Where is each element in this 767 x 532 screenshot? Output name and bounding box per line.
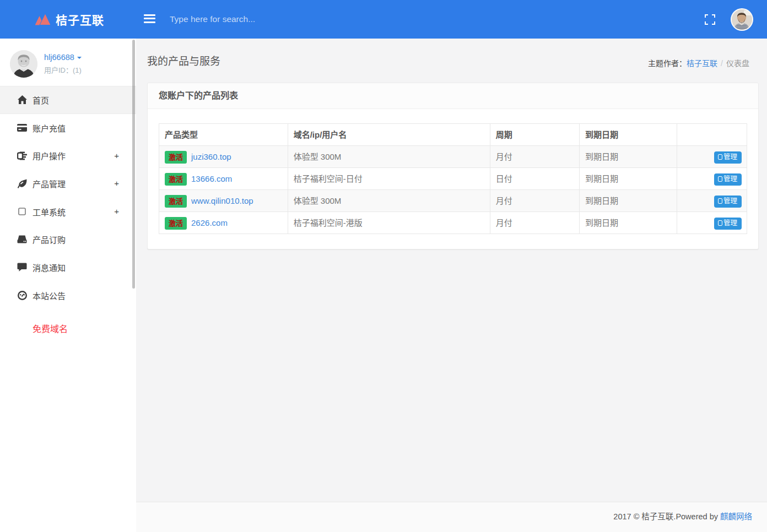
user-menu-button[interactable]: [730, 0, 753, 39]
menu-link[interactable]: 本站公告: [0, 281, 136, 310]
page-footer: 2017 © 桔子互联.Powered by 麒麟网络: [136, 502, 767, 532]
fullscreen-button[interactable]: [700, 0, 720, 39]
fullscreen-icon: [705, 14, 715, 25]
sidebar-menu: 首页 账户充值 用户操作 +: [0, 86, 136, 342]
navbar-avatar: [731, 8, 753, 31]
sidebar-item-notifications[interactable]: 消息通知: [0, 253, 136, 281]
product-row: 激活www.qilin010.top体验型 300M月付到期日期管理: [159, 190, 747, 212]
sidebar-item-ticket-system[interactable]: 工单系统 +: [0, 198, 136, 226]
product-row: 激活juzi360.top体验型 300M月付到期日期管理: [159, 146, 747, 168]
menu-link[interactable]: 账户充值: [0, 114, 136, 142]
expiry-cell: 到期日期: [579, 212, 677, 234]
product-type-cell: 激活juzi360.top: [159, 146, 288, 168]
expand-plus-icon[interactable]: +: [114, 178, 119, 189]
content-header: 我的产品与服务 主题作者：桔子互联/仪表盘: [136, 39, 767, 83]
product-row: 激活2626.com桔子福利空间-港版月付到期日期管理: [159, 212, 747, 234]
products-box-header: 您账户下的产品列表: [148, 83, 758, 109]
product-row: 激活13666.com桔子福利空间-日付日付到期日期管理: [159, 168, 747, 190]
action-cell: 管理: [677, 168, 747, 190]
action-cell: 管理: [677, 212, 747, 234]
manage-square-icon: [718, 176, 722, 182]
products-box-body: 产品类型 域名/ip/用户名 周期 到期日期 激活juzi360.top体验型 …: [148, 109, 758, 249]
expiry-cell: 到期日期: [579, 168, 677, 190]
breadcrumb: 主题作者：桔子互联/仪表盘: [648, 57, 749, 68]
sidebar-user-panel: hlj66688 用户ID：(1): [0, 39, 136, 86]
domain-link[interactable]: 13666.com: [191, 174, 232, 183]
gauge-icon: [17, 291, 28, 300]
breadcrumb-prefix: 主题作者：: [648, 59, 687, 68]
leaf-icon: [17, 179, 28, 188]
col-header-product-type: 产品类型: [159, 124, 288, 146]
breadcrumb-current: 仪表盘: [726, 59, 749, 68]
hdd-icon: [17, 235, 28, 243]
sidebar-item-home[interactable]: 首页: [0, 86, 136, 114]
footer-copyright: 2017 © 桔子互联.Powered by: [613, 512, 720, 521]
square-icon: [17, 208, 28, 215]
products-table-body: 激活juzi360.top体验型 300M月付到期日期管理激活13666.com…: [159, 146, 747, 234]
plan-cell: 体验型 300M: [288, 146, 490, 168]
col-header-actions: [677, 124, 747, 146]
manage-button[interactable]: 管理: [714, 196, 742, 208]
col-header-cycle: 周期: [490, 124, 579, 146]
sidebar-username[interactable]: hlj66688: [44, 53, 74, 62]
plan-cell: 桔子福利空间-港版: [288, 212, 490, 234]
breadcrumb-author-link[interactable]: 桔子互联: [687, 59, 717, 68]
manage-button[interactable]: 管理: [714, 173, 742, 186]
expand-plus-icon[interactable]: +: [114, 206, 119, 217]
cycle-cell: 日付: [490, 168, 579, 190]
sidebar-item-recharge[interactable]: 账户充值: [0, 114, 136, 142]
brand-logo[interactable]: 桔子互联: [0, 0, 136, 39]
credit-card-icon: [17, 124, 28, 132]
menu-link[interactable]: 产品订购: [0, 225, 136, 253]
sidebar-scrollbar[interactable]: [132, 40, 135, 289]
menu-link[interactable]: 首页: [0, 86, 136, 113]
product-type-cell: 激活13666.com: [159, 168, 288, 190]
plan-cell: 体验型 300M: [288, 190, 490, 212]
domain-link[interactable]: www.qilin010.top: [191, 196, 253, 205]
sidebar: hlj66688 用户ID：(1) 首页 账户充值: [0, 39, 136, 532]
plan-cell: 桔子福利空间-日付: [288, 168, 490, 190]
manage-square-icon: [718, 220, 722, 226]
domain-link[interactable]: 2626.com: [191, 218, 228, 227]
sidebar-item-user-operations[interactable]: 用户操作 +: [0, 142, 136, 170]
action-cell: 管理: [677, 146, 747, 168]
products-box-title: 您账户下的产品列表: [159, 91, 238, 100]
products-box: 您账户下的产品列表 产品类型 域名/ip/用户名 周期 到期日期 激活juzi3…: [147, 83, 759, 249]
expiry-cell: 到期日期: [579, 190, 677, 212]
manage-button[interactable]: 管理: [714, 151, 742, 164]
footer-powered-link[interactable]: 麒麟网络: [720, 512, 752, 521]
manage-square-icon: [718, 198, 722, 204]
col-header-expiry: 到期日期: [579, 124, 677, 146]
status-badge: 激活: [165, 151, 187, 164]
user-info: hlj66688 用户ID：(1): [44, 50, 128, 75]
sidebar-toggle-button[interactable]: [144, 14, 155, 23]
content-area: 我的产品与服务 主题作者：桔子互联/仪表盘 您账户下的产品列表 产品类型 域名/…: [136, 39, 767, 502]
domain-link[interactable]: juzi360.top: [191, 152, 231, 161]
hamburger-icon: [144, 14, 155, 23]
product-type-cell: 激活2626.com: [159, 212, 288, 234]
sidebar-item-product-order[interactable]: 产品订购: [0, 225, 136, 253]
products-table: 产品类型 域名/ip/用户名 周期 到期日期 激活juzi360.top体验型 …: [159, 123, 747, 234]
menu-link[interactable]: 消息通知: [0, 253, 136, 281]
sidebar-user-id: 用户ID：(1): [44, 64, 128, 75]
expand-plus-icon[interactable]: +: [114, 150, 119, 161]
search-input[interactable]: [170, 14, 401, 24]
user-operations-icon: [17, 151, 28, 160]
top-header: 桔子互联: [0, 0, 767, 39]
menu-link[interactable]: 免费域名: [0, 314, 136, 343]
action-cell: 管理: [677, 190, 747, 212]
sidebar-item-product-management[interactable]: 产品管理 +: [0, 170, 136, 198]
manage-button[interactable]: 管理: [714, 218, 742, 230]
cycle-cell: 月付: [490, 190, 579, 212]
product-type-cell: 激活www.qilin010.top: [159, 190, 288, 212]
sidebar-item-free-domain[interactable]: 免费域名: [0, 314, 136, 343]
manage-square-icon: [718, 154, 722, 160]
navbar: [136, 0, 767, 39]
mountain-logo-icon: [35, 13, 51, 25]
sidebar-item-announcements[interactable]: 本站公告: [0, 281, 136, 310]
sidebar-avatar: [10, 50, 37, 78]
status-badge: 激活: [165, 173, 187, 186]
status-badge: 激活: [165, 195, 187, 208]
col-header-domain: 域名/ip/用户名: [288, 124, 490, 146]
home-icon: [17, 95, 28, 104]
